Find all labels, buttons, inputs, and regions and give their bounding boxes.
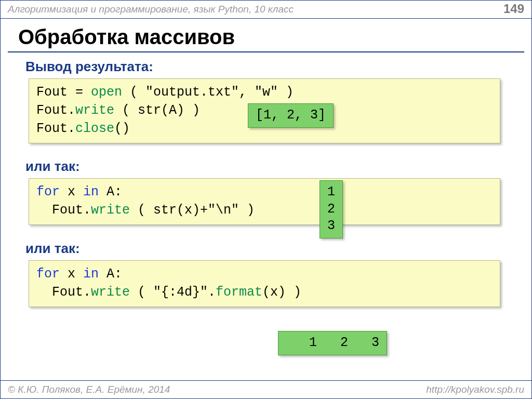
code-text: x — [60, 184, 83, 200]
code-text: ( "output.txt", "w" ) — [122, 85, 294, 100]
output-block-2: 1 2 3 — [320, 180, 343, 238]
code-kw-in: in — [83, 267, 99, 282]
code-call-close: close — [75, 121, 114, 136]
code-call-write: write — [75, 103, 114, 118]
code-text: x — [60, 267, 83, 282]
code-text: (x) ) — [262, 285, 301, 300]
code-call-write: write — [91, 285, 130, 300]
code-kw-for: for — [36, 184, 60, 200]
section3-heading: или так: — [25, 241, 80, 257]
code-call-write: write — [91, 203, 130, 218]
code-block-2: for x in A: Fout.write ( str(x)+"\n" ) — [29, 178, 500, 225]
output-block-1: [1, 2, 3] — [248, 103, 334, 128]
code-kw-in: in — [83, 184, 99, 200]
code-text: ( "{:4d}". — [130, 285, 216, 300]
code-block-3: for x in A: Fout.write ( "{:4d}".format(… — [29, 260, 500, 307]
code-text: ( str(x)+"\n" ) — [130, 203, 255, 218]
footer-url: http://kpolyakov.spb.ru — [426, 384, 524, 395]
page-number: 149 — [503, 2, 524, 16]
slide: Алгоритмизация и программирование, язык … — [0, 0, 532, 399]
code-text: A: — [99, 267, 122, 282]
title-underline — [8, 51, 524, 52]
code-text: () — [114, 121, 130, 136]
code-text: Fout. — [36, 121, 75, 136]
code-kw-for: for — [36, 267, 60, 282]
code-text: Fout. — [36, 203, 91, 218]
breadcrumb: Алгоритмизация и программирование, язык … — [8, 4, 294, 15]
code-call-open: open — [91, 85, 122, 100]
code-call-format: format — [216, 285, 262, 300]
section2-heading: или так: — [25, 158, 80, 175]
code-text: Fout = — [36, 85, 91, 100]
code-text: Fout. — [36, 103, 75, 118]
footer-bar: © К.Ю. Поляков, Е.А. Ерёмин, 2014 http:/… — [1, 380, 531, 398]
output-block-3: 1 2 3 — [278, 331, 387, 355]
footer-copyright: © К.Ю. Поляков, Е.А. Ерёмин, 2014 — [8, 384, 170, 395]
code-text: A: — [99, 184, 122, 200]
header-bar: Алгоритмизация и программирование, язык … — [1, 1, 531, 19]
code-text: ( str(A) ) — [114, 103, 200, 118]
section1-heading: Вывод результата: — [25, 59, 153, 75]
page-title: Обработка массивов — [18, 25, 235, 49]
code-text: Fout. — [36, 285, 91, 300]
